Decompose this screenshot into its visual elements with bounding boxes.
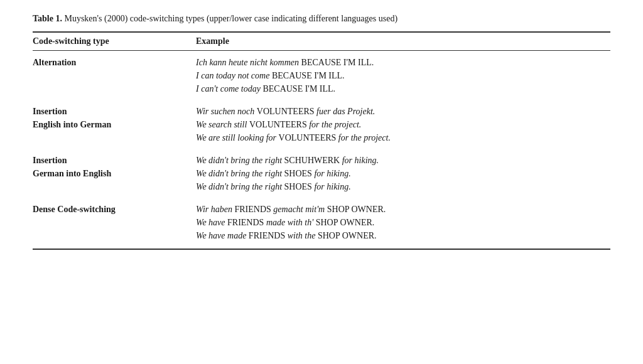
table-row: AlternationIch kann heute nicht kommen B… bbox=[33, 50, 610, 99]
example-cell: We didn't bring the right SCHUHWERK for … bbox=[196, 147, 610, 196]
table-caption: Table 1. Muysken's (2000) code-switching… bbox=[33, 13, 610, 25]
example-line: We didn't bring the right SHOES for hiki… bbox=[196, 180, 604, 193]
type-cell: InsertionGerman into English bbox=[33, 147, 196, 196]
example-line: We are still looking for VOLUNTEERS for … bbox=[196, 131, 604, 144]
type-cell: Dense Code-switching bbox=[33, 196, 196, 249]
example-line: I can today not come BECAUSE I'M ILL. bbox=[196, 69, 604, 82]
example-line: We didn't bring the right SHOES for hiki… bbox=[196, 167, 604, 180]
type-label-line2: German into English bbox=[33, 167, 183, 180]
table-container: Table 1. Muysken's (2000) code-switching… bbox=[33, 13, 610, 250]
example-line: Wir haben FRIENDS gemacht mit'm SHOP OWN… bbox=[196, 203, 604, 216]
example-line: I can't come today BECAUSE I'M ILL. bbox=[196, 82, 604, 95]
table-row: Dense Code-switchingWir haben FRIENDS ge… bbox=[33, 196, 610, 249]
type-label-line1: Dense Code-switching bbox=[33, 203, 183, 216]
caption-text: Muysken's (2000) code-switching types (u… bbox=[62, 14, 397, 23]
type-label-line2: English into German bbox=[33, 118, 183, 131]
col-header-example: Example bbox=[196, 32, 610, 51]
type-label-line1: Insertion bbox=[33, 154, 183, 167]
example-line: We have made FRIENDS with the SHOP OWNER… bbox=[196, 229, 604, 242]
type-cell: InsertionEnglish into German bbox=[33, 99, 196, 147]
caption-bold: Table 1. bbox=[33, 14, 62, 23]
example-line: We have FRIENDS made with th' SHOP OWNER… bbox=[196, 216, 604, 229]
example-cell: Wir suchen noch VOLUNTEERS fuer das Proj… bbox=[196, 99, 610, 147]
example-cell: Ich kann heute nicht kommen BECAUSE I'M … bbox=[196, 50, 610, 99]
example-cell: Wir haben FRIENDS gemacht mit'm SHOP OWN… bbox=[196, 196, 610, 249]
main-table: Code-switching type Example AlternationI… bbox=[33, 31, 610, 250]
example-line: We search still VOLUNTEERS for the proje… bbox=[196, 118, 604, 131]
col-header-type: Code-switching type bbox=[33, 32, 196, 51]
table-row: InsertionGerman into EnglishWe didn't br… bbox=[33, 147, 610, 196]
type-cell: Alternation bbox=[33, 50, 196, 99]
example-line: Ich kann heute nicht kommen BECAUSE I'M … bbox=[196, 56, 604, 69]
example-line: Wir suchen noch VOLUNTEERS fuer das Proj… bbox=[196, 105, 604, 118]
table-row: InsertionEnglish into GermanWir suchen n… bbox=[33, 99, 610, 147]
type-label-line1: Alternation bbox=[33, 56, 183, 69]
type-label-line1: Insertion bbox=[33, 105, 183, 118]
example-line: We didn't bring the right SCHUHWERK for … bbox=[196, 154, 604, 167]
